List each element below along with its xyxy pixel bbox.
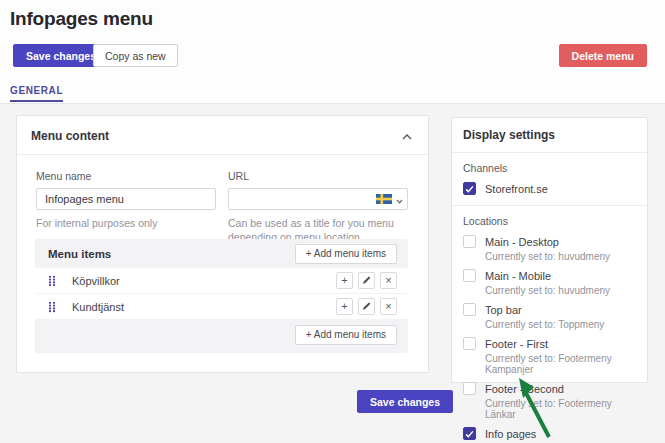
locations-label: Locations xyxy=(463,215,636,227)
location-checkbox[interactable] xyxy=(463,269,476,282)
location-label: Main - Mobile xyxy=(485,270,551,282)
remove-button[interactable]: × xyxy=(380,298,397,315)
channel-label: Storefront.se xyxy=(485,183,548,195)
location-checkbox[interactable] xyxy=(463,235,476,248)
menu-fields: Menu name For internal purposes only URL xyxy=(17,155,428,244)
chevron-up-icon xyxy=(402,128,412,143)
location-status: Currently set to: huvudmeny xyxy=(485,285,636,296)
channel-row: Storefront.se xyxy=(463,182,636,195)
location-checkbox[interactable] xyxy=(463,382,476,395)
close-icon: × xyxy=(385,275,391,286)
channels-section: Channels Storefront.se xyxy=(452,153,647,206)
menu-item-label: Kundtjänst xyxy=(72,301,336,313)
url-label: URL xyxy=(228,170,408,182)
location-row: Top bar Currently set to: Toppmeny xyxy=(463,303,636,330)
menu-name-field: Menu name For internal purposes only xyxy=(36,170,216,244)
plus-icon: + xyxy=(341,301,347,312)
location-label: Top bar xyxy=(485,304,522,316)
location-checkbox[interactable] xyxy=(463,427,476,440)
delete-menu-button[interactable]: Delete menu xyxy=(559,44,647,67)
drag-handle-icon[interactable] xyxy=(48,275,56,287)
location-label: Main - Desktop xyxy=(485,236,559,248)
swedish-flag-icon xyxy=(376,192,392,207)
menu-content-title: Menu content xyxy=(31,129,109,143)
channels-label: Channels xyxy=(463,162,636,174)
menu-content-card: Menu content Menu name For internal purp… xyxy=(16,115,429,373)
menu-name-label: Menu name xyxy=(36,170,216,182)
menu-item-row: Kundtjänst + × xyxy=(35,294,408,319)
menu-items-section: Menu items + Add menu items Köpvillkor + xyxy=(35,239,408,353)
page-header: Infopages menu Save changes Copy as new … xyxy=(0,0,665,104)
locations-section: Locations Main - Desktop Currently set t… xyxy=(452,206,647,443)
chevron-down-icon xyxy=(396,192,403,207)
menu-name-input[interactable] xyxy=(36,188,216,210)
plus-icon: + xyxy=(341,275,347,286)
menu-items-footer: + Add menu items xyxy=(35,320,408,349)
location-row: Footer - First Currently set to: Footerm… xyxy=(463,337,636,375)
add-menu-items-button-bottom[interactable]: + Add menu items xyxy=(295,325,397,345)
location-status: Currently set to: Footermeny Länkar xyxy=(485,398,636,420)
location-label: Footer - First xyxy=(485,338,548,350)
display-settings-title: Display settings xyxy=(452,118,647,153)
close-icon: × xyxy=(385,301,391,312)
remove-button[interactable]: × xyxy=(380,272,397,289)
location-label: Footer - Second xyxy=(485,383,564,395)
channel-checkbox[interactable] xyxy=(463,182,476,195)
language-selector[interactable] xyxy=(376,192,403,206)
save-changes-button-bottom[interactable]: Save changes xyxy=(357,390,453,413)
pencil-icon xyxy=(361,300,372,313)
edit-button[interactable] xyxy=(358,298,375,315)
menu-items-title: Menu items xyxy=(48,248,111,260)
url-field: URL Can be used as a titl xyxy=(228,170,408,244)
edit-button[interactable] xyxy=(358,272,375,289)
add-child-button[interactable]: + xyxy=(336,272,353,289)
location-row: Main - Desktop Currently set to: huvudme… xyxy=(463,235,636,262)
location-row: Main - Mobile Currently set to: huvudmen… xyxy=(463,269,636,296)
location-row: Footer - Second Currently set to: Footer… xyxy=(463,382,636,420)
location-label: Info pages xyxy=(485,428,536,440)
menu-items-header: Menu items + Add menu items xyxy=(35,239,408,268)
page-title: Infopages menu xyxy=(10,8,153,30)
location-row: Info pages Currently set to: Infopages m… xyxy=(463,427,636,443)
tab-general[interactable]: GENERAL xyxy=(10,85,63,102)
menu-content-header: Menu content xyxy=(17,116,428,155)
menu-name-helper: For internal purposes only xyxy=(36,216,216,230)
add-child-button[interactable]: + xyxy=(336,298,353,315)
location-checkbox[interactable] xyxy=(463,303,476,316)
copy-as-new-button[interactable]: Copy as new xyxy=(93,44,178,67)
collapse-button[interactable] xyxy=(400,126,414,145)
drag-handle-icon[interactable] xyxy=(48,301,56,313)
location-status: Currently set to: Toppmeny xyxy=(485,319,636,330)
location-status: Currently set to: huvudmeny xyxy=(485,251,636,262)
menu-item-label: Köpvillkor xyxy=(72,275,336,287)
location-checkbox[interactable] xyxy=(463,337,476,350)
pencil-icon xyxy=(361,274,372,287)
menu-item-row: Köpvillkor + × xyxy=(35,268,408,293)
add-menu-items-button-top[interactable]: + Add menu items xyxy=(295,244,397,264)
display-settings-card: Display settings Channels Storefront.se … xyxy=(451,117,648,383)
location-status: Currently set to: Footermeny Kampanjer xyxy=(485,353,636,375)
